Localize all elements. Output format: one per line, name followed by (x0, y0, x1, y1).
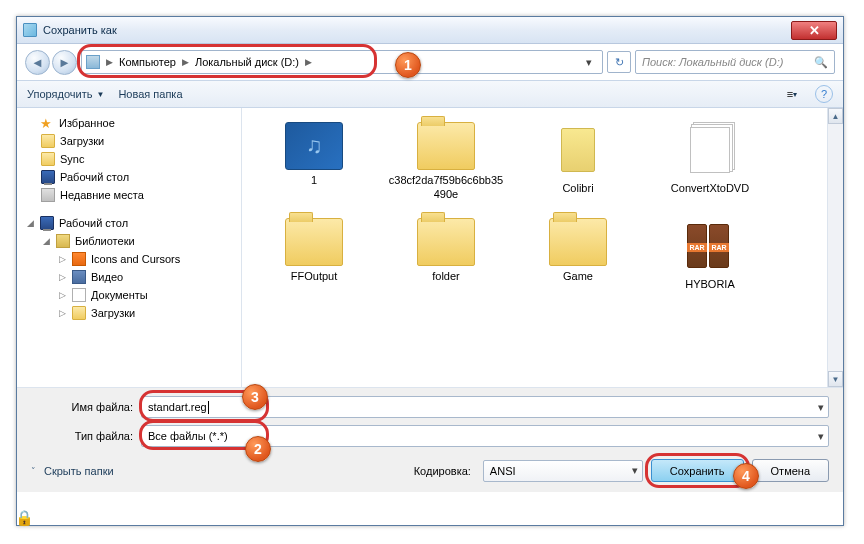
nav-tree: ★Избранное Загрузки Sync Рабочий стол Не… (17, 108, 242, 387)
annotation-badge-2: 2 (245, 436, 271, 462)
scroll-down-button[interactable]: ▼ (828, 371, 843, 387)
chevron-right-icon: ▶ (104, 57, 115, 67)
address-dropdown[interactable]: ▾ (580, 56, 598, 69)
filetype-row: Тип файла: Все файлы (*.*) ▾ (31, 425, 829, 447)
encoding-select[interactable]: ANSI ▾ (483, 460, 643, 482)
collapse-icon[interactable]: ◢ (25, 218, 35, 228)
drive-icon (86, 55, 100, 69)
star-icon: ★ (40, 116, 54, 130)
collapse-icon[interactable]: ◢ (41, 236, 51, 246)
folder-icon (72, 306, 86, 320)
tree-lib-icons[interactable]: ▷Icons and Cursors (21, 250, 237, 268)
tree-favorites[interactable]: ★Избранное (21, 114, 237, 132)
organize-button[interactable]: Упорядочить ▼ (27, 88, 104, 100)
tree-lib-downloads[interactable]: ▷Загрузки (21, 304, 237, 322)
tree-desktop[interactable]: Рабочий стол (21, 168, 237, 186)
file-list[interactable]: ♫🔒1 c38cf2da7f59b6c6bb35490e Colibri Con… (242, 108, 827, 387)
save-as-dialog: Сохранить как ✕ ◄ ► ▶ Компьютер ▶ Локаль… (16, 16, 844, 526)
new-folder-button[interactable]: Новая папка (118, 88, 182, 100)
app-icon (23, 23, 37, 37)
file-grid: ♫🔒1 c38cf2da7f59b6c6bb35490e Colibri Con… (252, 118, 817, 295)
filetype-label: Тип файла: (31, 430, 141, 442)
list-item[interactable]: Game (516, 214, 640, 296)
folder-icon (41, 134, 55, 148)
recent-icon (41, 188, 55, 202)
folder-icon (549, 122, 607, 178)
chevron-right-icon: ▶ (303, 57, 314, 67)
list-item[interactable]: ConvertXtoDVD (648, 118, 772, 206)
bottom-row: ˅ Скрыть папки Кодировка: ANSI ▾ Сохрани… (31, 459, 829, 482)
chevron-down-icon[interactable]: ▾ (818, 401, 824, 414)
encoding-label: Кодировка: (414, 465, 475, 477)
save-button[interactable]: Сохранить (651, 459, 744, 482)
expand-icon[interactable]: ▷ (57, 254, 67, 264)
hide-folders-link[interactable]: Скрыть папки (44, 465, 114, 477)
locked-folder-icon: ♫🔒 (285, 122, 343, 170)
filename-row: Имя файла: standart.reg ▾ (31, 396, 829, 418)
expand-icon[interactable]: ˅ (31, 466, 36, 476)
filetype-select[interactable]: Все файлы (*.*) ▾ (141, 425, 829, 447)
search-icon: 🔍 (814, 56, 828, 69)
breadcrumb-drive[interactable]: Локальный диск (D:) (191, 51, 303, 73)
help-button[interactable]: ? (815, 85, 833, 103)
annotation-badge-4: 4 (733, 463, 759, 489)
window-title: Сохранить как (43, 24, 791, 36)
filename-label: Имя файла: (31, 401, 141, 413)
folder-icon (417, 122, 475, 170)
libraries-icon (56, 234, 70, 248)
search-placeholder: Поиск: Локальный диск (D:) (642, 56, 783, 68)
folder-icon (549, 218, 607, 266)
expand-icon[interactable]: ▷ (57, 272, 67, 282)
toolbar: Упорядочить ▼ Новая папка ≡▾ ? (17, 80, 843, 108)
chevron-down-icon: ▼ (96, 90, 104, 99)
tree-lib-documents[interactable]: ▷Документы (21, 286, 237, 304)
tree-sync[interactable]: Sync (21, 150, 237, 168)
annotation-badge-1: 1 (395, 52, 421, 78)
chevron-right-icon: ▶ (180, 57, 191, 67)
video-icon (72, 270, 86, 284)
chevron-down-icon[interactable]: ▾ (818, 430, 824, 443)
tree-lib-video[interactable]: ▷Видео (21, 268, 237, 286)
chevron-down-icon[interactable]: ▾ (632, 464, 638, 477)
folder-icon (681, 218, 739, 274)
list-item[interactable]: Colibri (516, 118, 640, 206)
list-item[interactable]: FFOutput (252, 214, 376, 296)
footer: Имя файла: standart.reg ▾ Тип файла: Все… (17, 388, 843, 492)
back-button[interactable]: ◄ (25, 50, 50, 75)
expand-icon[interactable]: ▷ (57, 308, 67, 318)
list-item[interactable]: ♫🔒1 (252, 118, 376, 206)
folder-icon (417, 218, 475, 266)
refresh-button[interactable]: ↻ (607, 51, 631, 73)
titlebar: Сохранить как ✕ (17, 17, 843, 44)
tree-desktop-root[interactable]: ◢Рабочий стол (21, 214, 237, 232)
list-item[interactable]: HYBORIA (648, 214, 772, 296)
tree-downloads[interactable]: Загрузки (21, 132, 237, 150)
chevron-down-icon: ▾ (793, 90, 797, 99)
addressbar-wrap: ▶ Компьютер ▶ Локальный диск (D:) ▶ ▾ (81, 50, 603, 74)
search-input[interactable]: Поиск: Локальный диск (D:) 🔍 (635, 50, 835, 74)
desktop-icon (40, 216, 54, 230)
desktop-icon (41, 170, 55, 184)
breadcrumb-computer[interactable]: Компьютер (115, 51, 180, 73)
nav-row: ◄ ► ▶ Компьютер ▶ Локальный диск (D:) ▶ … (17, 44, 843, 80)
folder-icon (681, 122, 739, 178)
close-button[interactable]: ✕ (791, 21, 837, 40)
image-icon (72, 252, 86, 266)
folder-icon (285, 218, 343, 266)
tree-libraries[interactable]: ◢Библиотеки (21, 232, 237, 250)
list-item[interactable]: c38cf2da7f59b6c6bb35490e (384, 118, 508, 206)
body: ★Избранное Загрузки Sync Рабочий стол Не… (17, 108, 843, 388)
view-menu-button[interactable]: ≡▾ (783, 85, 801, 103)
list-item[interactable]: folder (384, 214, 508, 296)
nav-buttons: ◄ ► (25, 50, 77, 75)
vertical-scrollbar[interactable]: ▲ ▼ (827, 108, 843, 387)
text-cursor (208, 401, 209, 414)
scroll-up-button[interactable]: ▲ (828, 108, 843, 124)
expand-icon[interactable]: ▷ (57, 290, 67, 300)
tree-recent[interactable]: Недавние места (21, 186, 237, 204)
document-icon (72, 288, 86, 302)
address-bar[interactable]: ▶ Компьютер ▶ Локальный диск (D:) ▶ ▾ (81, 50, 603, 74)
cancel-button[interactable]: Отмена (752, 459, 829, 482)
forward-button[interactable]: ► (52, 50, 77, 75)
folder-icon (41, 152, 55, 166)
